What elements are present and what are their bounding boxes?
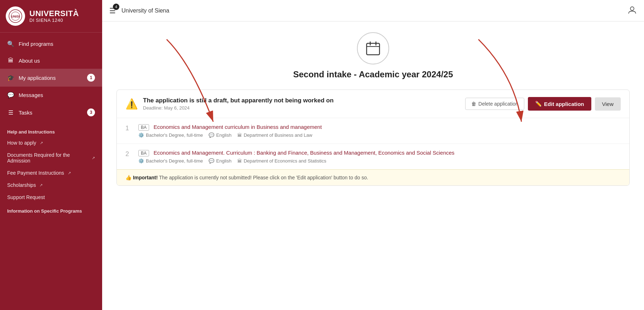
program-item: 1 BA Economics and Management curriculum… bbox=[117, 118, 629, 144]
degree-icon: ⚙️ bbox=[138, 132, 144, 138]
sidebar-link-how-to-apply[interactable]: How to apply ↗ bbox=[0, 137, 102, 149]
program-tag: BA bbox=[138, 124, 149, 131]
fee-payment-label: Fee Payment Instructions bbox=[7, 170, 64, 176]
sidebar-logo: UNISI UNIVERSITÀ DI SIENA 1240 bbox=[0, 0, 102, 33]
program-degree: ⚙️ Bachelor's Degree, full-time bbox=[138, 158, 203, 164]
sidebar-navigation: 🔍 Find programs 🏛 About us 🎓 My applicat… bbox=[0, 33, 102, 124]
program-language: 💬 English bbox=[209, 132, 232, 138]
info-section-title: Information on Specific Programs bbox=[0, 203, 102, 216]
sidebar-item-find-programs[interactable]: 🔍 Find programs bbox=[0, 35, 102, 52]
sidebar-item-label: Tasks bbox=[19, 110, 32, 116]
external-link-icon: ↗ bbox=[68, 171, 71, 175]
program-body: BA Economics and Management. Curriculum … bbox=[138, 150, 621, 164]
svg-rect-6 bbox=[367, 43, 380, 55]
program-meta: ⚙️ Bachelor's Degree, full-time 💬 Englis… bbox=[138, 132, 621, 138]
intake-title: Second intake - Academic year 2024/25 bbox=[293, 69, 453, 79]
sidebar: UNISI UNIVERSITÀ DI SIENA 1240 🔍 Find pr… bbox=[0, 0, 102, 310]
application-card-header: ⚠️ The application is still a draft, but… bbox=[117, 90, 629, 118]
sidebar-link-documents-required[interactable]: Documents Required for the Admission ↗ bbox=[0, 149, 102, 167]
trash-icon: 🗑 bbox=[471, 101, 476, 107]
tasks-badge: 3 bbox=[87, 108, 95, 116]
thumbs-up-icon: 👍 bbox=[125, 175, 132, 180]
program-department: 🏛 Department of Economics and Statistics bbox=[237, 158, 326, 164]
university-name-logo: UNIVERSITÀ DI SIENA 1240 bbox=[29, 9, 79, 23]
sidebar-item-about-us[interactable]: 🏛 About us bbox=[0, 52, 102, 69]
department-icon: 🏛 bbox=[237, 132, 242, 138]
warning-icon: ⚠️ bbox=[125, 98, 138, 110]
how-to-apply-label: How to apply bbox=[7, 140, 36, 146]
sidebar-item-label: About us bbox=[19, 58, 40, 64]
topbar: ☰ 4 University of Siena bbox=[102, 0, 644, 21]
page-content: Second intake - Academic year 2024/25 ⚠️… bbox=[102, 21, 644, 310]
program-language: 💬 English bbox=[209, 158, 232, 164]
program-number: 2 bbox=[125, 150, 133, 158]
program-body: BA Economics and Management curriculum i… bbox=[138, 124, 621, 138]
language-icon: 💬 bbox=[209, 132, 214, 138]
sidebar-item-tasks[interactable]: ☰ Tasks 3 bbox=[0, 103, 102, 121]
help-section-title: Help and Instructions bbox=[0, 124, 102, 137]
sidebar-item-label: Messages bbox=[19, 92, 43, 98]
program-degree: ⚙️ Bachelor's Degree, full-time bbox=[138, 132, 203, 138]
degree-icon: ⚙️ bbox=[138, 158, 144, 164]
external-link-icon: ↗ bbox=[92, 156, 95, 160]
edit-application-button[interactable]: ✏️ Edit application bbox=[528, 97, 591, 111]
svg-text:UNISI: UNISI bbox=[11, 15, 20, 18]
calendar-circle bbox=[357, 32, 389, 64]
program-department: 🏛 Department of Business and Law bbox=[237, 132, 313, 138]
sidebar-item-label: Find programs bbox=[19, 41, 53, 47]
sidebar-link-scholarships[interactable]: Scholarships ↗ bbox=[0, 179, 102, 191]
language-icon: 💬 bbox=[209, 158, 214, 164]
language-label: English bbox=[216, 158, 232, 164]
delete-application-button[interactable]: 🗑 Delete application bbox=[465, 98, 524, 110]
application-status-text: The application is still a draft, but ap… bbox=[143, 97, 460, 111]
intake-header: Second intake - Academic year 2024/25 bbox=[116, 32, 630, 79]
user-profile-icon[interactable] bbox=[628, 5, 637, 16]
important-notice: 👍 Important! The application is currentl… bbox=[117, 169, 629, 185]
program-name[interactable]: Economics and Management curriculum in B… bbox=[153, 124, 321, 130]
program-number: 1 bbox=[125, 124, 133, 132]
important-prefix: Important! bbox=[133, 175, 158, 180]
main-content: ☰ 4 University of Siena bbox=[102, 0, 644, 310]
language-label: English bbox=[216, 132, 232, 138]
program-title-row: BA Economics and Management. Curriculum … bbox=[138, 150, 621, 156]
important-text: The application is currently not submitt… bbox=[159, 175, 368, 180]
department-label: Department of Economics and Statistics bbox=[244, 158, 326, 164]
degree-label: Bachelor's Degree, full-time bbox=[146, 158, 203, 164]
application-deadline: Deadline: May 6, 2024 bbox=[143, 105, 460, 111]
sidebar-link-support-request[interactable]: Support Request bbox=[0, 191, 102, 203]
tasks-icon: ☰ bbox=[7, 109, 14, 116]
application-actions: 🗑 Delete application ✏️ Edit application… bbox=[465, 97, 621, 111]
application-status-title: The application is still a draft, but ap… bbox=[143, 97, 460, 104]
program-meta: ⚙️ Bachelor's Degree, full-time 💬 Englis… bbox=[138, 158, 621, 164]
program-tag: BA bbox=[138, 150, 149, 156]
chat-icon: 💬 bbox=[7, 92, 14, 98]
notification-badge: 4 bbox=[113, 4, 119, 10]
edit-btn-label: Edit application bbox=[544, 101, 584, 107]
sidebar-item-messages[interactable]: 💬 Messages bbox=[0, 87, 102, 103]
application-card: ⚠️ The application is still a draft, but… bbox=[116, 89, 630, 186]
sidebar-item-my-applications[interactable]: 🎓 My applications 1 bbox=[0, 69, 102, 87]
program-list: 1 BA Economics and Management curriculum… bbox=[117, 118, 629, 169]
topbar-university-name: University of Siena bbox=[121, 8, 622, 14]
program-name[interactable]: Economics and Management. Curriculum : B… bbox=[153, 150, 454, 156]
hamburger-button[interactable]: ☰ 4 bbox=[109, 6, 116, 15]
external-link-icon: ↗ bbox=[39, 183, 43, 188]
calendar-icon bbox=[365, 40, 381, 56]
support-request-label: Support Request bbox=[7, 194, 45, 200]
search-icon: 🔍 bbox=[7, 40, 14, 47]
view-btn-label: View bbox=[602, 101, 614, 107]
graduation-icon: 🎓 bbox=[7, 74, 14, 81]
delete-btn-label: Delete application bbox=[478, 101, 518, 107]
department-icon: 🏛 bbox=[237, 158, 242, 164]
pencil-icon: ✏️ bbox=[535, 101, 542, 107]
documents-label: Documents Required for the Admission bbox=[7, 152, 88, 164]
applications-badge: 1 bbox=[87, 74, 95, 82]
building-icon: 🏛 bbox=[7, 57, 14, 64]
program-title-row: BA Economics and Management curriculum i… bbox=[138, 124, 621, 131]
sidebar-item-label: My applications bbox=[19, 75, 56, 81]
degree-label: Bachelor's Degree, full-time bbox=[146, 132, 203, 138]
sidebar-link-fee-payment[interactable]: Fee Payment Instructions ↗ bbox=[0, 167, 102, 179]
svg-point-3 bbox=[630, 7, 634, 10]
scholarships-label: Scholarships bbox=[7, 182, 36, 188]
view-application-button[interactable]: View bbox=[595, 97, 621, 111]
